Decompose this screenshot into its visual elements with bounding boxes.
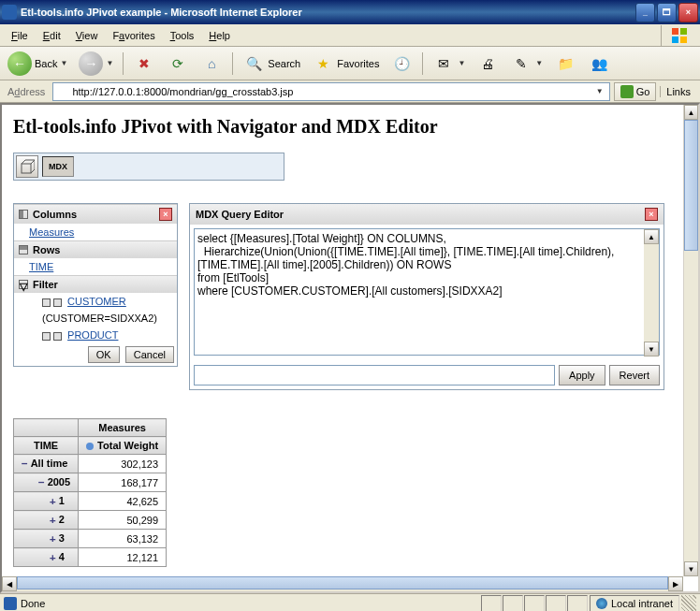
measures-link[interactable]: Measures <box>29 226 74 238</box>
minimize-button[interactable]: _ <box>635 3 655 22</box>
row-header[interactable]: +2 <box>14 511 79 530</box>
mdx-close-button[interactable]: × <box>645 208 658 221</box>
menu-help[interactable]: Help <box>201 28 238 43</box>
drill-icon[interactable]: − <box>22 458 28 470</box>
mdx-title: MDX Query Editor <box>196 209 284 220</box>
drill-icon[interactable]: + <box>50 514 56 526</box>
menu-bar: File Edit View Favorites Tools Help <box>0 24 700 47</box>
go-button[interactable]: Go <box>614 82 657 101</box>
folder-icon: 📁 <box>554 52 576 75</box>
navigator-close-button[interactable]: × <box>159 208 172 221</box>
back-label: Back <box>35 58 57 69</box>
forward-button[interactable]: → ▼ <box>75 51 117 77</box>
page-hscrollbar[interactable]: ◀ ▶ <box>2 576 683 591</box>
zone-icon <box>596 598 607 609</box>
home-button[interactable]: ⌂ <box>197 51 226 77</box>
time-link[interactable]: TIME <box>29 261 53 272</box>
media-button[interactable]: 🕘 <box>386 51 416 77</box>
nav-customer-row[interactable]: CUSTOMER <box>14 293 177 310</box>
nav-measures-row[interactable]: Measures <box>14 224 177 240</box>
product-link[interactable]: PRODUCT <box>67 329 118 341</box>
svg-rect-1 <box>680 28 687 35</box>
scroll-thumb[interactable] <box>684 120 698 251</box>
close-button[interactable]: × <box>678 3 698 22</box>
move-col-icon[interactable] <box>42 298 51 307</box>
refresh-button[interactable]: ⟳ <box>163 51 193 77</box>
zone-label: Local intranet <box>611 598 673 609</box>
filter-label: Filter <box>33 279 58 290</box>
result-table: Measures TIME Total Weight −All time302,… <box>13 418 167 567</box>
mdx-editor-header: MDX Query Editor × <box>190 204 664 225</box>
columns-label: Columns <box>33 209 77 220</box>
cancel-button[interactable]: Cancel <box>125 346 174 363</box>
scroll-down-icon[interactable]: ▼ <box>644 342 659 356</box>
nav-time-row[interactable]: TIME <box>14 258 177 275</box>
forward-arrow-icon: → <box>79 51 103 76</box>
rows-label: Rows <box>33 244 60 255</box>
address-input-wrap[interactable]: ▼ <box>52 82 609 101</box>
svg-rect-4 <box>22 164 31 173</box>
address-dropdown-icon[interactable]: ▼ <box>592 87 607 95</box>
textarea-scrollbar[interactable]: ▲ ▼ <box>644 229 659 356</box>
menu-edit[interactable]: Edit <box>36 28 68 43</box>
scroll-thumb[interactable] <box>17 576 668 589</box>
row-header[interactable]: +4 <box>14 548 79 567</box>
ok-button[interactable]: OK <box>88 346 120 363</box>
security-zone[interactable]: Local intranet <box>590 595 679 612</box>
menu-file[interactable]: File <box>4 28 36 43</box>
mdx-toggle-button[interactable]: MDX <box>42 156 74 177</box>
table-row: −2005168,177 <box>14 473 167 492</box>
media-icon: 🕘 <box>390 52 413 75</box>
search-button[interactable]: 🔍Search <box>239 51 304 77</box>
resize-grip[interactable] <box>681 595 696 612</box>
stop-button[interactable]: ✖ <box>129 51 159 77</box>
favorites-button[interactable]: ★Favorites <box>308 51 383 77</box>
mail-button[interactable]: ✉▼ <box>429 51 469 77</box>
move-row-icon[interactable] <box>53 298 62 307</box>
edit-button[interactable]: ✎▼ <box>506 51 547 77</box>
scroll-down-icon[interactable]: ▼ <box>684 561 698 576</box>
mdx-query-textarea[interactable] <box>194 228 660 356</box>
maximize-button[interactable]: 🗖 <box>657 3 677 22</box>
discuss-button[interactable]: 📁 <box>550 51 580 77</box>
rows-header: Rows <box>14 240 177 258</box>
scroll-up-icon[interactable]: ▲ <box>644 229 659 244</box>
revert-button[interactable]: Revert <box>609 365 660 386</box>
nav-product-row[interactable]: PRODUCT <box>14 327 177 343</box>
customer-link[interactable]: CUSTOMER <box>67 296 126 307</box>
move-col-icon[interactable] <box>42 332 51 341</box>
nav-customer-detail: (CUSTOMER=SIDXXA2) <box>14 310 177 327</box>
print-button[interactable]: 🖨 <box>473 51 503 77</box>
scroll-up-icon[interactable]: ▲ <box>684 105 698 120</box>
row-header[interactable]: +3 <box>14 530 79 548</box>
menu-view[interactable]: View <box>68 28 106 43</box>
status-pane <box>524 595 545 612</box>
drill-icon[interactable]: + <box>50 532 56 545</box>
row-header[interactable]: −All time <box>14 455 79 473</box>
row-header[interactable]: −2005 <box>14 473 79 492</box>
window-titlebar: Etl-tools.info JPivot example - Microsof… <box>0 0 700 24</box>
menu-favorites[interactable]: Favorites <box>105 28 162 43</box>
menu-tools[interactable]: Tools <box>163 28 202 43</box>
links-button[interactable]: Links <box>660 86 696 97</box>
drill-icon[interactable]: + <box>50 551 56 563</box>
cube-navigator-button[interactable] <box>16 155 38 178</box>
scroll-left-icon[interactable]: ◀ <box>2 576 17 591</box>
mdx-footer: Apply Revert <box>190 361 664 389</box>
drill-icon[interactable]: − <box>38 476 45 488</box>
page-vscrollbar[interactable]: ▲ ▼ <box>683 105 698 576</box>
status-pane <box>546 595 566 612</box>
move-row-icon[interactable] <box>53 332 62 341</box>
search-icon: 🔍 <box>242 52 265 75</box>
row-header[interactable]: +1 <box>14 492 79 511</box>
apply-button[interactable]: Apply <box>559 365 605 386</box>
go-icon <box>620 85 634 98</box>
back-button[interactable]: ← Back ▼ <box>4 51 71 77</box>
messenger-button[interactable]: 👥 <box>584 51 614 77</box>
scroll-right-icon[interactable]: ▶ <box>668 576 683 591</box>
svg-rect-3 <box>680 36 687 43</box>
mdx-status-input[interactable] <box>194 365 555 386</box>
cube-icon <box>20 159 35 174</box>
drill-icon[interactable]: + <box>50 495 56 507</box>
address-input[interactable] <box>72 84 591 99</box>
